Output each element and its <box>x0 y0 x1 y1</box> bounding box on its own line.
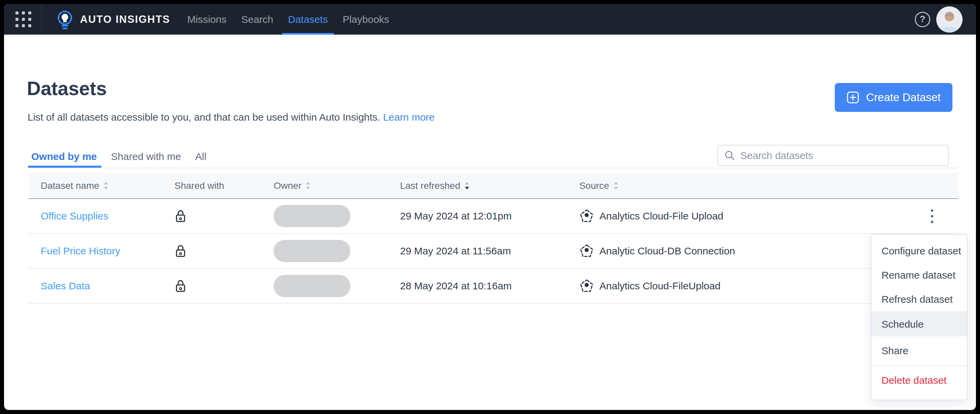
menu-rename-dataset[interactable]: Rename dataset <box>872 263 967 287</box>
active-nav-underline <box>282 33 334 35</box>
page-subtitle-text: List of all datasets accessible to you, … <box>27 111 380 123</box>
redacted-owner <box>274 275 350 297</box>
tabs-baseline <box>29 168 958 168</box>
plus-square-icon <box>846 91 859 104</box>
table-row: Fuel Price History 29 May 2024 at 11:56a… <box>29 234 958 269</box>
sort-icon-desc-active <box>464 181 470 190</box>
analytics-cloud-icon <box>579 279 594 293</box>
user-avatar[interactable] <box>936 6 963 33</box>
primary-nav: Missions Search Datasets Playbooks <box>187 4 389 35</box>
dataset-link[interactable]: Fuel Price History <box>41 245 120 257</box>
source-value: Analytics Cloud-File Upload <box>600 210 724 222</box>
row-actions-kebab-icon[interactable] <box>925 199 939 233</box>
redacted-owner <box>274 205 350 227</box>
navbar-divider <box>41 4 41 35</box>
top-navbar: AUTO INSIGHTS Missions Search Datasets P… <box>4 4 976 35</box>
dataset-link[interactable]: Office Supplies <box>41 210 108 222</box>
search-icon <box>724 150 736 161</box>
menu-schedule[interactable]: Schedule <box>872 312 967 336</box>
col-dataset-name[interactable]: Dataset name <box>41 173 108 198</box>
menu-share[interactable]: Share <box>872 336 967 365</box>
source-value: Analytics Cloud-FileUpload <box>600 280 721 292</box>
help-icon[interactable]: ? <box>915 12 930 27</box>
tab-all[interactable]: All <box>195 146 206 168</box>
col-owner[interactable]: Owner <box>274 173 311 198</box>
table-row: Sales Data 28 May 2024 at 10:16am Ana <box>29 269 958 304</box>
sort-icon <box>305 181 311 190</box>
nav-datasets-label: Datasets <box>288 14 328 25</box>
create-dataset-button[interactable]: Create Dataset <box>835 83 953 112</box>
col-last-refreshed-label: Last refreshed <box>400 181 460 191</box>
page-subtitle: List of all datasets accessible to you, … <box>27 111 435 123</box>
col-source-label: Source <box>579 181 609 191</box>
lock-icon <box>175 199 186 233</box>
navbar-right-cluster: ? <box>915 4 963 35</box>
app-launcher-icon[interactable] <box>16 11 32 27</box>
col-last-refreshed[interactable]: Last refreshed <box>400 173 470 198</box>
source-value: Analytic Cloud-DB Connection <box>600 245 735 257</box>
lock-icon <box>175 269 186 303</box>
menu-delete-dataset[interactable]: Delete dataset <box>872 366 967 395</box>
col-source[interactable]: Source <box>579 173 619 198</box>
create-dataset-label: Create Dataset <box>866 91 941 104</box>
redacted-owner <box>274 240 350 262</box>
datasets-table: Dataset name Shared with Owner Last refr… <box>29 173 958 304</box>
table-row: Office Supplies 29 May 2024 at 12:01pm <box>29 199 958 234</box>
col-shared-with: Shared with <box>175 173 224 198</box>
analytics-cloud-icon <box>579 209 594 224</box>
nav-datasets[interactable]: Datasets <box>288 4 328 35</box>
last-refreshed-value: 28 May 2024 at 10:16am <box>400 280 512 292</box>
nav-missions[interactable]: Missions <box>187 4 227 35</box>
nav-search[interactable]: Search <box>242 4 273 35</box>
app-window: AUTO INSIGHTS Missions Search Datasets P… <box>4 4 976 410</box>
screenshot-root: AUTO INSIGHTS Missions Search Datasets P… <box>0 0 980 414</box>
lock-icon <box>175 234 186 268</box>
dataset-link[interactable]: Sales Data <box>41 280 90 292</box>
col-owner-label: Owner <box>274 181 301 191</box>
lightbulb-logo-icon <box>55 10 75 32</box>
row-context-menu: Configure dataset Rename dataset Refresh… <box>871 234 967 400</box>
sort-icon <box>613 181 619 190</box>
nav-playbooks[interactable]: Playbooks <box>342 4 389 35</box>
tab-shared-with-me[interactable]: Shared with me <box>111 146 181 168</box>
dataset-tabs: Owned by me Shared with me All <box>31 146 207 168</box>
page-title: Datasets <box>27 77 107 100</box>
table-header-row: Dataset name Shared with Owner Last refr… <box>29 173 958 199</box>
search-input[interactable] <box>740 150 942 161</box>
menu-configure-dataset[interactable]: Configure dataset <box>872 239 967 263</box>
tab-owned-by-me[interactable]: Owned by me <box>31 146 97 168</box>
sort-icon <box>103 181 108 190</box>
last-refreshed-value: 29 May 2024 at 12:01pm <box>400 210 512 222</box>
last-refreshed-value: 29 May 2024 at 11:56am <box>400 245 511 257</box>
learn-more-link[interactable]: Learn more <box>383 111 434 123</box>
brand-title: AUTO INSIGHTS <box>80 4 170 35</box>
col-shared-with-label: Shared with <box>175 181 224 191</box>
dataset-search <box>718 145 949 166</box>
menu-refresh-dataset[interactable]: Refresh dataset <box>872 287 967 311</box>
analytics-cloud-icon <box>579 244 594 259</box>
col-dataset-name-label: Dataset name <box>41 181 99 191</box>
